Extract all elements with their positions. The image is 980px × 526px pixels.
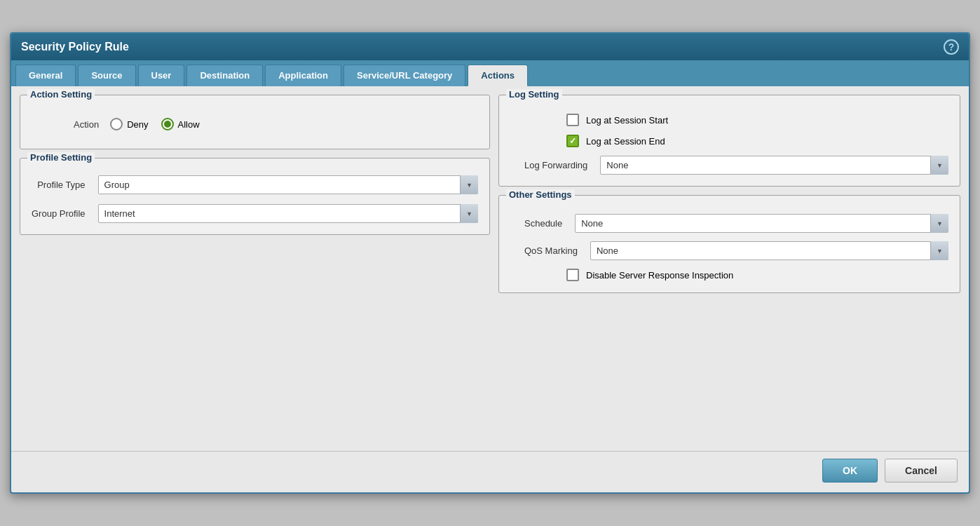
- qos-marking-row: QoS Marking None: [510, 241, 948, 260]
- schedule-select-wrapper: None: [575, 214, 948, 233]
- help-icon[interactable]: ?: [944, 39, 959, 55]
- log-session-start-label: Log at Session Start: [586, 115, 668, 126]
- allow-radio-label: Allow: [178, 119, 200, 130]
- other-settings-content: Schedule None QoS Marking None: [510, 204, 948, 281]
- qos-marking-select-wrapper: None: [590, 241, 948, 260]
- dialog-body: Action Setting Action Deny: [11, 86, 969, 451]
- profile-type-label: Profile Type: [32, 180, 91, 190]
- ok-button[interactable]: OK: [822, 459, 878, 483]
- profile-setting-section: Profile Setting Profile Type Group None …: [20, 158, 490, 235]
- dialog-footer: OK Cancel: [11, 451, 969, 492]
- dialog-titlebar: Security Policy Rule ?: [11, 34, 969, 60]
- dialog-title: Security Policy Rule: [21, 41, 129, 53]
- log-setting-content: Log at Session Start ✓ Log at Session En…: [510, 104, 948, 175]
- tab-application[interactable]: Application: [265, 65, 341, 86]
- group-profile-label: Group Profile: [32, 208, 91, 219]
- action-radio-group: Deny Allow: [110, 118, 199, 130]
- log-forwarding-row: Log Forwarding None: [510, 156, 948, 175]
- tab-source[interactable]: Source: [78, 65, 135, 86]
- tab-service-url[interactable]: Service/URL Category: [343, 65, 465, 86]
- checkmark-icon: ✓: [569, 136, 576, 146]
- disable-inspection-label: Disable Server Response Inspection: [586, 270, 733, 281]
- schedule-label: Schedule: [524, 218, 568, 229]
- log-session-end-checkbox[interactable]: ✓: [566, 135, 579, 147]
- log-forwarding-select-wrapper: None: [600, 156, 948, 175]
- tab-user[interactable]: User: [138, 65, 185, 86]
- deny-radio-label: Deny: [127, 119, 148, 130]
- log-forwarding-select[interactable]: None: [600, 156, 948, 175]
- tab-destination[interactable]: Destination: [186, 65, 263, 86]
- tabs-bar: General Source User Destination Applicat…: [11, 60, 969, 86]
- deny-radio-button[interactable]: [110, 118, 123, 130]
- tab-actions[interactable]: Actions: [468, 65, 528, 86]
- group-profile-select-wrapper: Internet default: [98, 204, 478, 223]
- log-forwarding-label: Log Forwarding: [524, 160, 593, 170]
- log-session-end-row: ✓ Log at Session End: [510, 135, 948, 147]
- action-setting-section: Action Setting Action Deny: [20, 95, 490, 149]
- left-panel: Action Setting Action Deny: [20, 95, 490, 443]
- log-session-start-row: Log at Session Start: [510, 114, 948, 126]
- group-profile-select[interactable]: Internet default: [98, 204, 478, 223]
- disable-inspection-row: Disable Server Response Inspection: [510, 269, 948, 281]
- disable-inspection-checkbox[interactable]: [566, 269, 579, 281]
- allow-radio-button[interactable]: [161, 118, 174, 130]
- profile-setting-title: Profile Setting: [27, 152, 95, 163]
- tab-general[interactable]: General: [15, 65, 76, 86]
- allow-radio-inner: [164, 121, 171, 128]
- other-settings-section: Other Settings Schedule None QoS Marking: [498, 195, 960, 293]
- action-setting-title: Action Setting: [27, 89, 95, 100]
- security-policy-rule-dialog: Security Policy Rule ? General Source Us…: [10, 32, 970, 494]
- qos-marking-select[interactable]: None: [590, 241, 948, 260]
- deny-radio-item[interactable]: Deny: [110, 118, 148, 130]
- qos-marking-label: QoS Marking: [524, 245, 583, 256]
- log-session-end-label: Log at Session End: [586, 136, 665, 147]
- log-session-start-checkbox[interactable]: [566, 114, 579, 126]
- allow-radio-item[interactable]: Allow: [161, 118, 200, 130]
- schedule-select[interactable]: None: [575, 214, 948, 233]
- profile-setting-content: Profile Type Group None Profiles Group P…: [32, 167, 478, 223]
- log-setting-section: Log Setting Log at Session Start ✓ Log a…: [498, 95, 960, 187]
- schedule-row: Schedule None: [510, 214, 948, 233]
- cancel-button[interactable]: Cancel: [885, 459, 958, 483]
- log-setting-title: Log Setting: [506, 89, 562, 100]
- action-label: Action: [74, 119, 99, 130]
- profile-type-select-wrapper: Group None Profiles: [98, 175, 478, 194]
- profile-type-select[interactable]: Group None Profiles: [98, 175, 478, 194]
- other-settings-title: Other Settings: [506, 189, 575, 200]
- action-setting-content: Action Deny Allow: [32, 104, 478, 137]
- right-panel: Log Setting Log at Session Start ✓ Log a…: [498, 95, 960, 443]
